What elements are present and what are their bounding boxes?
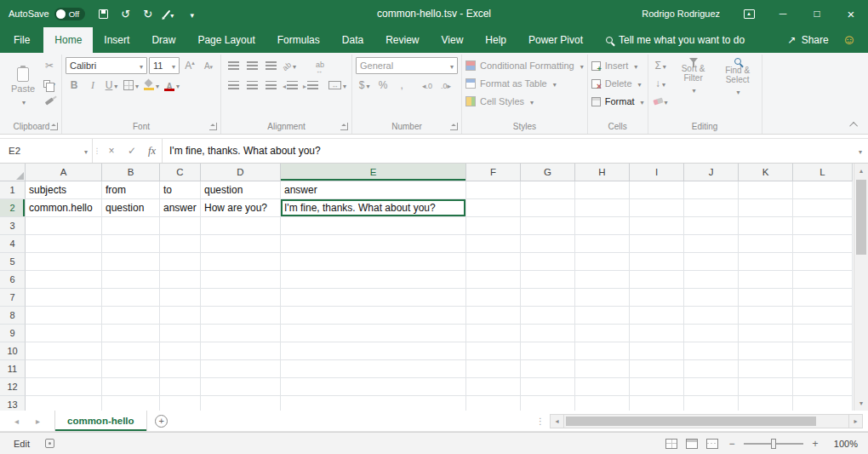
zoom-in-button[interactable]: +: [810, 438, 820, 450]
fill-button[interactable]: ↓: [652, 75, 670, 92]
cell-A9[interactable]: [26, 325, 102, 342]
cell-D8[interactable]: [201, 307, 281, 325]
cell-A3[interactable]: [26, 217, 102, 235]
increase-indent-button[interactable]: [301, 77, 320, 94]
row-header-10[interactable]: 10: [0, 342, 26, 360]
sheet-nav-right-icon[interactable]: ▸: [36, 417, 40, 426]
cell-E9[interactable]: [281, 325, 466, 342]
font-size-select[interactable]: 11: [149, 57, 180, 74]
customize-qat-button[interactable]: [182, 3, 203, 24]
column-header-H[interactable]: H: [575, 164, 630, 181]
cell-E8[interactable]: [281, 307, 466, 325]
cell-D9[interactable]: [201, 325, 281, 342]
delete-cells-button[interactable]: Delete: [591, 76, 644, 91]
cell-B13[interactable]: [102, 396, 160, 411]
cell-C1[interactable]: to: [160, 181, 201, 199]
cell-J9[interactable]: [684, 325, 739, 342]
borders-button[interactable]: [122, 77, 140, 94]
number-format-select[interactable]: General: [356, 57, 458, 74]
cell-E3[interactable]: [281, 217, 466, 235]
cell-C10[interactable]: [160, 342, 201, 360]
wrap-text-button[interactable]: [311, 57, 328, 74]
format-cells-button[interactable]: Format: [591, 94, 644, 109]
cell-I8[interactable]: [630, 307, 684, 325]
number-dialog-launcher[interactable]: [450, 123, 458, 130]
vertical-scrollbar[interactable]: ▴ ▾: [854, 164, 868, 411]
cell-D11[interactable]: [201, 360, 281, 378]
merge-center-button[interactable]: [327, 77, 348, 94]
cell-G9[interactable]: [521, 325, 575, 342]
redo-button[interactable]: ↻: [138, 3, 158, 24]
cell-H12[interactable]: [575, 378, 630, 396]
cell-G1[interactable]: [521, 181, 575, 199]
select-all-corner[interactable]: [0, 164, 26, 181]
cell-H2[interactable]: [575, 199, 630, 217]
name-box-dropdown[interactable]: [78, 139, 93, 163]
cell-D12[interactable]: [201, 378, 281, 396]
tab-draw[interactable]: Draw: [140, 27, 186, 53]
zoom-out-button[interactable]: −: [727, 438, 737, 450]
cell-D4[interactable]: [201, 235, 281, 253]
cell-B11[interactable]: [102, 360, 160, 378]
cell-F1[interactable]: [466, 181, 521, 199]
column-header-K[interactable]: K: [739, 164, 793, 181]
cell-F9[interactable]: [466, 325, 521, 342]
cell-C9[interactable]: [160, 325, 201, 342]
tell-me-box[interactable]: Tell me what you want to do: [606, 27, 745, 53]
cell-G10[interactable]: [521, 342, 575, 360]
cell-L1[interactable]: [793, 181, 853, 199]
cell-J7[interactable]: [684, 289, 739, 307]
feedback-smiley-icon[interactable]: ☺: [839, 27, 868, 53]
expand-formula-bar-button[interactable]: [851, 139, 868, 163]
cell-E12[interactable]: [281, 378, 466, 396]
cell-C11[interactable]: [160, 360, 201, 378]
column-header-G[interactable]: G: [521, 164, 575, 181]
vertical-scroll-thumb[interactable]: [856, 180, 866, 255]
cut-button[interactable]: ✂: [41, 57, 58, 74]
maximize-button[interactable]: □: [800, 0, 834, 27]
column-header-E[interactable]: E: [281, 164, 466, 181]
cell-L9[interactable]: [793, 325, 853, 342]
font-name-select[interactable]: Calibri: [66, 57, 147, 74]
cell-C13[interactable]: [160, 396, 201, 411]
cell-H6[interactable]: [575, 271, 630, 289]
comma-style-button[interactable]: ,: [393, 77, 410, 94]
bold-button[interactable]: B: [66, 77, 83, 94]
cell-K12[interactable]: [739, 378, 793, 396]
enter-button[interactable]: ✓: [122, 139, 142, 163]
row-header-4[interactable]: 4: [0, 235, 26, 253]
paste-button[interactable]: Paste: [5, 55, 41, 119]
cell-A7[interactable]: [26, 289, 102, 307]
font-color-button[interactable]: [163, 77, 181, 94]
cell-E1[interactable]: answer: [281, 181, 466, 199]
cell-K9[interactable]: [739, 325, 793, 342]
cell-L11[interactable]: [793, 360, 853, 378]
cell-B4[interactable]: [102, 235, 160, 253]
align-top-button[interactable]: [225, 57, 242, 74]
cell-J2[interactable]: [684, 199, 739, 217]
cell-I9[interactable]: [630, 325, 684, 342]
cell-E10[interactable]: [281, 342, 466, 360]
sheet-nav-left-icon[interactable]: ◂: [14, 417, 19, 426]
cell-K5[interactable]: [739, 253, 793, 271]
cell-H10[interactable]: [575, 342, 630, 360]
cell-J5[interactable]: [684, 253, 739, 271]
cell-J12[interactable]: [684, 378, 739, 396]
cell-I12[interactable]: [630, 378, 684, 396]
cell-A4[interactable]: [26, 235, 102, 253]
cell-G13[interactable]: [521, 396, 575, 411]
cell-E6[interactable]: [281, 271, 466, 289]
insert-function-button[interactable]: fx: [142, 139, 163, 163]
tab-insert[interactable]: Insert: [93, 27, 140, 53]
cell-H3[interactable]: [575, 217, 630, 235]
cell-A13[interactable]: [26, 396, 102, 411]
tab-formulas[interactable]: Formulas: [266, 27, 331, 53]
tab-page-layout[interactable]: Page Layout: [186, 27, 266, 53]
page-break-view-icon[interactable]: [706, 439, 718, 449]
cell-I4[interactable]: [630, 235, 684, 253]
cell-F4[interactable]: [466, 235, 521, 253]
cell-I3[interactable]: [630, 217, 684, 235]
cell-D6[interactable]: [201, 271, 281, 289]
tab-view[interactable]: View: [431, 27, 475, 53]
cell-A1[interactable]: subjects: [26, 181, 102, 199]
